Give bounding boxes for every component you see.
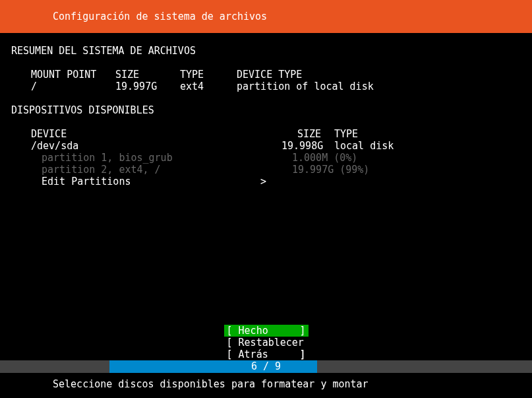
summary-type: ext4 xyxy=(180,81,237,92)
chevron-right-icon: > xyxy=(260,176,266,187)
content-area: RESUMEN DEL SISTEMA DE ARCHIVOS MOUNT PO… xyxy=(0,33,532,187)
summary-table: MOUNT POINT SIZE TYPE DEVICE TYPE / 19.9… xyxy=(11,69,521,92)
reset-button-label: Restablecer xyxy=(239,337,304,348)
summary-header-type: TYPE xyxy=(180,69,237,81)
summary-size: 19.997G xyxy=(115,81,180,92)
partition-row: partition 2, ext4, / 19.997G (99%) xyxy=(31,164,521,176)
reset-button[interactable]: [ Restablecer] xyxy=(224,337,309,348)
devices-header-type: TYPE xyxy=(334,128,521,140)
disk-name: /dev/sda xyxy=(31,140,281,152)
devices-header-size: SIZE xyxy=(281,128,334,140)
partition-label: partition 1, bios_grub xyxy=(42,152,292,164)
progress-text: 6 / 9 xyxy=(0,360,532,373)
edit-partitions-row[interactable]: Edit Partitions > xyxy=(31,176,521,187)
header-bar: Configuración de sistema de archivos xyxy=(0,0,532,33)
back-button[interactable]: [ Atrás] xyxy=(224,348,309,360)
back-button-label: Atrás xyxy=(239,348,268,360)
partition-row: partition 1, bios_grub 1.000M (0%) xyxy=(31,152,521,164)
summary-header-mount: MOUNT POINT xyxy=(31,69,115,81)
summary-devtype: partition of local disk xyxy=(237,81,521,92)
devices-header-row: DEVICE SIZE TYPE xyxy=(31,128,521,140)
disk-row[interactable]: /dev/sda 19.998G local disk xyxy=(31,140,521,152)
partition-label: partition 2, ext4, / xyxy=(42,164,292,176)
progress-bar: 6 / 9 xyxy=(0,360,532,373)
summary-header-row: MOUNT POINT SIZE TYPE DEVICE TYPE xyxy=(31,69,521,81)
summary-row: / 19.997G ext4 partition of local disk xyxy=(31,81,521,92)
summary-header-devtype: DEVICE TYPE xyxy=(237,69,521,81)
summary-title: RESUMEN DEL SISTEMA DE ARCHIVOS xyxy=(11,45,521,57)
partition-size: 1.000M (0%) xyxy=(292,152,357,164)
edit-partitions-label: Edit Partitions xyxy=(42,176,260,187)
devices-title: DISPOSITIVOS DISPONIBLES xyxy=(11,104,521,116)
devices-table: DEVICE SIZE TYPE /dev/sda 19.998G local … xyxy=(11,128,521,187)
disk-type: local disk xyxy=(334,140,521,152)
footer-hint: Seleccione discos disponibles para forma… xyxy=(53,378,369,390)
done-button[interactable]: [ Hecho] xyxy=(224,325,309,337)
summary-mount: / xyxy=(31,81,115,92)
devices-header-device: DEVICE xyxy=(31,128,281,140)
disk-size: 19.998G xyxy=(281,140,334,152)
done-button-label: Hecho xyxy=(239,325,268,337)
header-title: Configuración de sistema de archivos xyxy=(53,11,267,22)
partition-size: 19.997G (99%) xyxy=(292,164,369,176)
button-group: [ Hecho] [ Restablecer] [ Atrás] xyxy=(0,325,532,360)
summary-header-size: SIZE xyxy=(115,69,180,81)
